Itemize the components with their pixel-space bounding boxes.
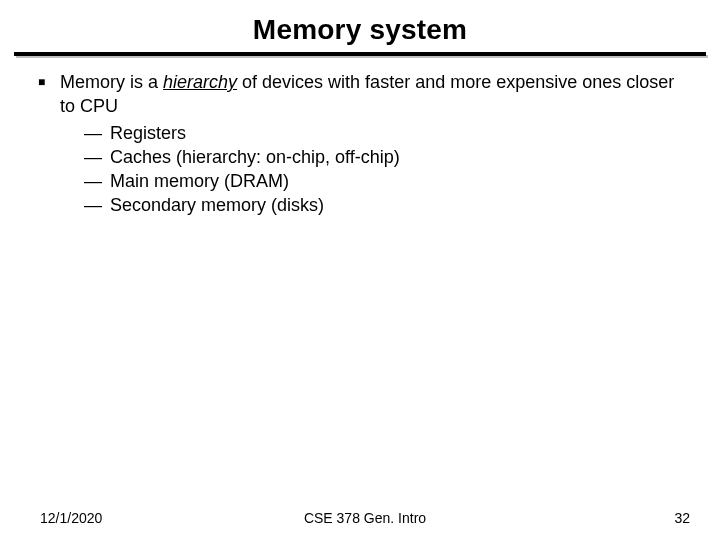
list-item: — Caches (hierarchy: on-chip, off-chip) [84, 145, 684, 169]
dash-icon: — [84, 145, 110, 169]
sub-bullet-text: Secondary memory (disks) [110, 193, 324, 217]
bullet-text: Memory is a hierarchy of devices with fa… [60, 70, 684, 119]
sub-bullet-list: — Registers — Caches (hierarchy: on-chip… [36, 119, 684, 218]
sub-bullet-text: Caches (hierarchy: on-chip, off-chip) [110, 145, 400, 169]
bullet-level1: ■ Memory is a hierarchy of devices with … [36, 70, 684, 119]
sub-bullet-text: Registers [110, 121, 186, 145]
slide-title: Memory system [0, 0, 720, 50]
list-item: — Registers [84, 121, 684, 145]
dash-icon: — [84, 193, 110, 217]
footer-center: CSE 378 Gen. Intro [257, 510, 474, 526]
bullet-square-icon: ■ [36, 70, 60, 119]
dash-icon: — [84, 169, 110, 193]
slide-footer: 12/1/2020 CSE 378 Gen. Intro 32 [0, 510, 720, 526]
bullet-text-pre: Memory is a [60, 72, 163, 92]
footer-page: 32 [473, 510, 690, 526]
sub-bullet-text: Main memory (DRAM) [110, 169, 289, 193]
list-item: — Secondary memory (disks) [84, 193, 684, 217]
slide: Memory system ■ Memory is a hierarchy of… [0, 0, 720, 540]
footer-date: 12/1/2020 [40, 510, 257, 526]
slide-body: ■ Memory is a hierarchy of devices with … [0, 58, 720, 218]
list-item: — Main memory (DRAM) [84, 169, 684, 193]
dash-icon: — [84, 121, 110, 145]
bullet-text-emph: hierarchy [163, 72, 237, 92]
title-rule [0, 50, 720, 58]
